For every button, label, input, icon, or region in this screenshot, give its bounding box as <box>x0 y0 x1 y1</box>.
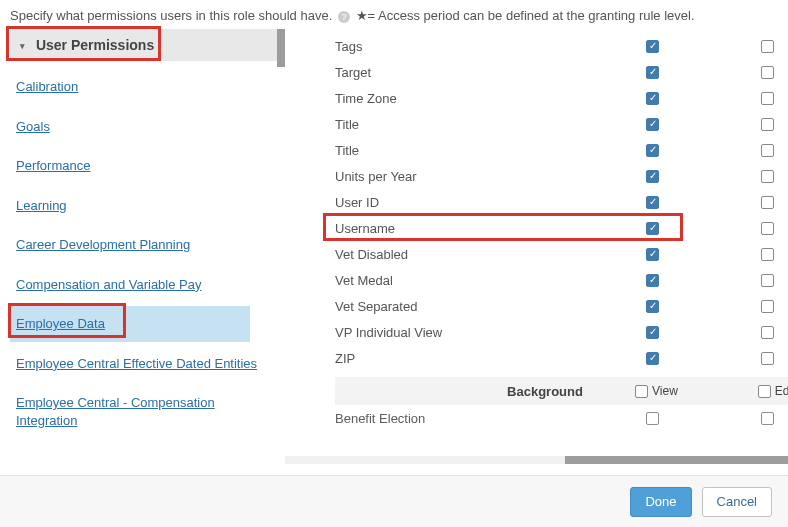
sidebar-header[interactable]: ▾ User Permissions <box>10 29 285 61</box>
section-view-all-checkbox[interactable] <box>635 385 648 398</box>
perm-row: VP Individual View <box>335 319 788 345</box>
perm-edit-checkbox[interactable] <box>761 196 774 209</box>
sidebar-item-performance[interactable]: Performance <box>10 148 285 184</box>
sidebar-item-goals[interactable]: Goals <box>10 109 285 145</box>
helper-text-intro: Specify what permissions users in this r… <box>10 8 332 23</box>
perm-view-checkbox[interactable] <box>646 248 659 261</box>
perm-edit-checkbox[interactable] <box>761 326 774 339</box>
sidebar-item-employee-central-compensation-integration[interactable]: Employee Central - Compensation Integrat… <box>10 385 285 438</box>
sidebar: ▾ User Permissions CalibrationGoalsPerfo… <box>0 29 285 464</box>
perm-label: Vet Disabled <box>335 247 635 262</box>
perm-view-checkbox[interactable] <box>646 170 659 183</box>
perm-edit-checkbox[interactable] <box>761 66 774 79</box>
section-col1-label: View <box>652 384 678 398</box>
help-icon[interactable]: ? <box>338 11 350 23</box>
perm-edit-checkbox[interactable] <box>761 92 774 105</box>
perm-view-checkbox[interactable] <box>646 222 659 235</box>
perm-view-checkbox[interactable] <box>646 274 659 287</box>
section-header-background: Background View Edit <box>335 377 788 405</box>
perm-label: Target <box>335 65 635 80</box>
perm-label: VP Individual View <box>335 325 635 340</box>
perm-edit-checkbox[interactable] <box>761 412 774 425</box>
perm-label: ZIP <box>335 351 635 366</box>
sidebar-item-calibration[interactable]: Calibration <box>10 69 285 105</box>
perm-edit-checkbox[interactable] <box>761 144 774 157</box>
perm-label: Time Zone <box>335 91 635 106</box>
footer: Done Cancel <box>0 475 788 527</box>
perm-view-checkbox[interactable] <box>646 412 659 425</box>
perm-row: Units per Year <box>335 163 788 189</box>
permissions-panel: TagsTargetTime ZoneTitleTitleUnits per Y… <box>285 29 788 464</box>
done-button[interactable]: Done <box>630 487 691 517</box>
section-title: Background <box>335 384 635 399</box>
section-edit-all-checkbox[interactable] <box>758 385 771 398</box>
perm-view-checkbox[interactable] <box>646 40 659 53</box>
perm-edit-checkbox[interactable] <box>761 222 774 235</box>
perm-label: Title <box>335 143 635 158</box>
perm-view-checkbox[interactable] <box>646 118 659 131</box>
horizontal-scrollbar-track[interactable] <box>285 456 788 464</box>
perm-label: User ID <box>335 195 635 210</box>
perm-edit-checkbox[interactable] <box>761 248 774 261</box>
cancel-button-label: Cancel <box>717 494 757 509</box>
perm-row: Title <box>335 111 788 137</box>
perm-edit-checkbox[interactable] <box>761 352 774 365</box>
perm-label: Benefit Election <box>335 411 635 426</box>
perm-row: Time Zone <box>335 85 788 111</box>
perm-edit-checkbox[interactable] <box>761 118 774 131</box>
done-button-label: Done <box>645 494 676 509</box>
perm-view-checkbox[interactable] <box>646 352 659 365</box>
perm-row: Vet Disabled <box>335 241 788 267</box>
perm-edit-checkbox[interactable] <box>761 274 774 287</box>
perm-row-benefit-election: Benefit Election <box>335 405 788 431</box>
perm-row: Username <box>335 215 788 241</box>
sidebar-item-employee-data[interactable]: Employee Data <box>10 306 250 342</box>
sidebar-scrollbar[interactable] <box>277 29 285 67</box>
perm-row: Tags <box>335 33 788 59</box>
perm-label: Units per Year <box>335 169 635 184</box>
perm-view-checkbox[interactable] <box>646 66 659 79</box>
perm-row: Vet Medal <box>335 267 788 293</box>
perm-row: Target <box>335 59 788 85</box>
helper-text: Specify what permissions users in this r… <box>0 0 788 29</box>
sidebar-item-career-development-planning[interactable]: Career Development Planning <box>10 227 285 263</box>
perm-view-checkbox[interactable] <box>646 300 659 313</box>
cancel-button[interactable]: Cancel <box>702 487 772 517</box>
perm-row: ZIP <box>335 345 788 371</box>
chevron-down-icon: ▾ <box>20 41 30 51</box>
perm-view-checkbox[interactable] <box>646 92 659 105</box>
perm-row: User ID <box>335 189 788 215</box>
perm-view-checkbox[interactable] <box>646 196 659 209</box>
section-col2-label: Edit <box>775 384 788 398</box>
sidebar-header-label: User Permissions <box>36 37 154 53</box>
perm-label: Vet Separated <box>335 299 635 314</box>
horizontal-scrollbar-thumb[interactable] <box>565 456 788 464</box>
sidebar-item-compensation-and-variable-pay[interactable]: Compensation and Variable Pay <box>10 267 285 303</box>
perm-edit-checkbox[interactable] <box>761 300 774 313</box>
perm-edit-checkbox[interactable] <box>761 170 774 183</box>
perm-label: Vet Medal <box>335 273 635 288</box>
sidebar-item-learning[interactable]: Learning <box>10 188 285 224</box>
perm-edit-checkbox[interactable] <box>761 40 774 53</box>
perm-label: Tags <box>335 39 635 54</box>
perm-row: Vet Separated <box>335 293 788 319</box>
perm-row: Title <box>335 137 788 163</box>
perm-view-checkbox[interactable] <box>646 144 659 157</box>
helper-star-note: ★= Access period can be defined at the g… <box>356 8 695 23</box>
perm-view-checkbox[interactable] <box>646 326 659 339</box>
sidebar-item-employee-central-effective-dated-entities[interactable]: Employee Central Effective Dated Entitie… <box>10 346 285 382</box>
perm-label: Title <box>335 117 635 132</box>
perm-label: Username <box>335 221 635 236</box>
